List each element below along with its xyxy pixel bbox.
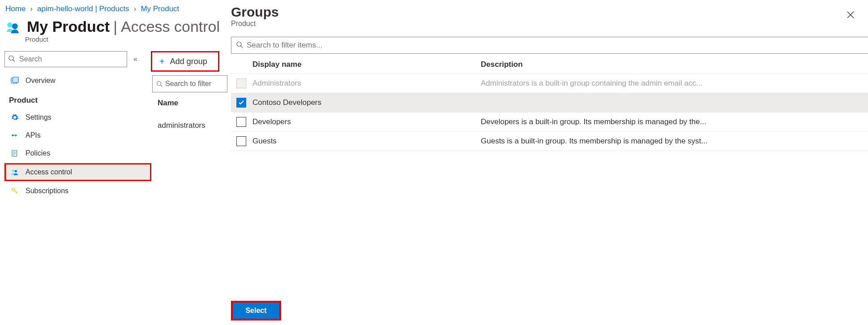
- nav-subscriptions[interactable]: Subscriptions: [4, 182, 152, 200]
- add-group-label: Add group: [170, 57, 207, 66]
- panel-title: Groups: [231, 0, 868, 20]
- checkbox[interactable]: [236, 98, 246, 108]
- nav-search-input[interactable]: [4, 51, 127, 67]
- breadcrumb-level1[interactable]: apim-hello-world | Products: [37, 4, 129, 13]
- svg-point-6: [12, 134, 14, 137]
- group-desc: Developers is a built-in group. Its memb…: [481, 117, 868, 126]
- panel-search[interactable]: [231, 37, 868, 54]
- page-title: My Product: [27, 18, 110, 35]
- svg-point-18: [237, 42, 241, 47]
- svg-point-13: [12, 188, 15, 191]
- nav-settings[interactable]: Settings: [4, 108, 152, 126]
- nav-apis[interactable]: APIs: [4, 126, 152, 144]
- apis-icon: [10, 131, 19, 139]
- svg-rect-5: [13, 77, 18, 82]
- nav-apis-label: APIs: [26, 131, 41, 139]
- nav-settings-label: Settings: [26, 113, 51, 121]
- group-row-developers[interactable]: Developers Developers is a built-in grou…: [231, 113, 868, 132]
- nav-overview-label: Overview: [26, 77, 56, 85]
- page-subtitle-section: Access control: [121, 18, 220, 35]
- key-icon: [10, 187, 19, 195]
- breadcrumb-level2[interactable]: My Product: [141, 4, 179, 13]
- group-name: Developers: [252, 117, 481, 126]
- nav-access-control[interactable]: Access control: [4, 163, 151, 181]
- col-header-desc[interactable]: Description: [481, 60, 868, 69]
- search-icon: [236, 41, 243, 50]
- col-header-name[interactable]: Display name: [252, 60, 481, 69]
- svg-line-19: [241, 46, 243, 48]
- group-row-guests[interactable]: Guests Guests is a built-in group. Its m…: [231, 132, 868, 151]
- filter-input[interactable]: Search to filter: [152, 75, 227, 92]
- group-name: Guests: [252, 137, 481, 146]
- plus-icon: +: [159, 56, 165, 67]
- nav-access-control-label: Access control: [26, 168, 72, 176]
- filter-placeholder: Search to filter: [165, 80, 211, 88]
- panel-search-input[interactable]: [231, 37, 868, 53]
- svg-point-1: [12, 23, 18, 29]
- group-row-administrators: Administrators Administrators is a built…: [231, 74, 868, 93]
- nav-section-product: Product: [4, 90, 152, 108]
- svg-point-14: [157, 82, 161, 86]
- nav-overview[interactable]: Overview: [4, 72, 152, 90]
- content-area: + Add group Search to filter Name admini…: [152, 48, 224, 320]
- table-row[interactable]: administrators: [158, 116, 205, 135]
- panel-subtitle: Product: [231, 20, 868, 37]
- gear-icon: [10, 113, 19, 121]
- table-header-name[interactable]: Name: [158, 99, 178, 108]
- left-nav: « Overview Product Settings APIs Poli: [0, 48, 152, 320]
- group-name: Contoso Developers: [252, 98, 481, 107]
- group-row-contoso-developers[interactable]: Contoso Developers: [231, 93, 868, 113]
- chevron-right-icon: ›: [30, 4, 33, 13]
- groups-panel: Groups Product Display name Description …: [231, 0, 868, 325]
- nav-policies-label: Policies: [26, 149, 50, 157]
- breadcrumb-home[interactable]: Home: [5, 4, 26, 13]
- close-icon[interactable]: [847, 11, 855, 20]
- svg-line-3: [13, 60, 15, 62]
- search-icon: [8, 55, 15, 64]
- checkbox[interactable]: [236, 117, 246, 127]
- checkbox: [236, 78, 246, 88]
- group-name: Administrators: [252, 79, 481, 88]
- chevron-right-icon: ›: [134, 4, 137, 13]
- policies-icon: [10, 149, 19, 157]
- select-button[interactable]: Select: [231, 301, 281, 321]
- people-icon: [10, 168, 19, 176]
- groups-table-header: Display name Description: [231, 56, 868, 74]
- svg-line-15: [161, 85, 162, 87]
- nav-subscriptions-label: Subscriptions: [26, 187, 68, 195]
- title-separator: |: [113, 18, 117, 35]
- svg-point-12: [15, 170, 17, 172]
- collapse-icon[interactable]: «: [133, 55, 137, 63]
- svg-point-0: [7, 22, 12, 27]
- svg-point-11: [12, 170, 14, 172]
- nav-policies[interactable]: Policies: [4, 144, 152, 162]
- add-group-button[interactable]: + Add group: [151, 51, 219, 72]
- nav-search[interactable]: [4, 51, 127, 67]
- svg-point-2: [9, 56, 13, 61]
- product-icon: [5, 19, 21, 35]
- overview-icon: [10, 77, 19, 85]
- group-desc: Guests is a built-in group. Its membersh…: [481, 137, 868, 146]
- checkbox[interactable]: [236, 136, 246, 146]
- group-desc: Administrators is a built-in group conta…: [481, 79, 868, 88]
